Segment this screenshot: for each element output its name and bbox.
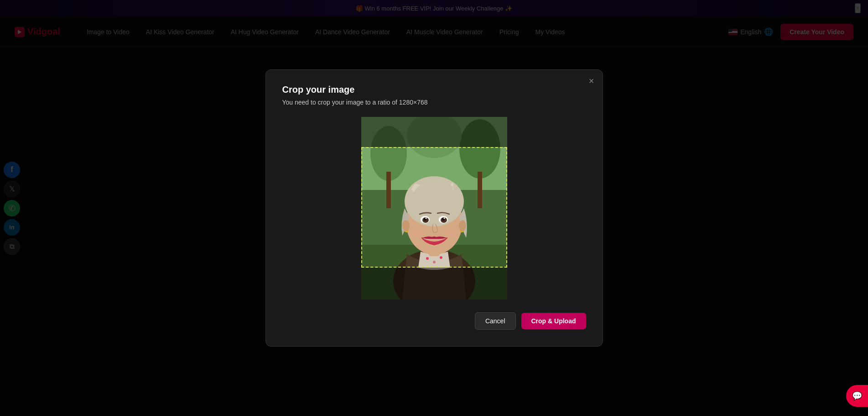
chat-icon: 💬 <box>852 391 862 401</box>
modal-title: Crop your image <box>282 84 586 95</box>
crop-modal: × Crop your image You need to crop your … <box>265 69 603 347</box>
chat-bubble[interactable]: 💬 <box>846 385 868 407</box>
modal-overlay: × Crop your image You need to crop your … <box>0 0 868 416</box>
crop-dark-top <box>361 117 507 147</box>
crop-image-wrapper[interactable] <box>361 117 507 300</box>
crop-upload-button[interactable]: Crop & Upload <box>521 313 586 329</box>
modal-footer: Cancel Crop & Upload <box>282 312 586 330</box>
crop-container <box>282 117 586 300</box>
crop-selection-rect[interactable] <box>361 147 507 268</box>
crop-dark-bottom <box>361 268 507 300</box>
modal-subtitle: You need to crop your image to a ratio o… <box>282 99 586 106</box>
cancel-button[interactable]: Cancel <box>475 312 516 330</box>
crop-overlay <box>361 117 507 300</box>
modal-close-button[interactable]: × <box>589 76 594 85</box>
